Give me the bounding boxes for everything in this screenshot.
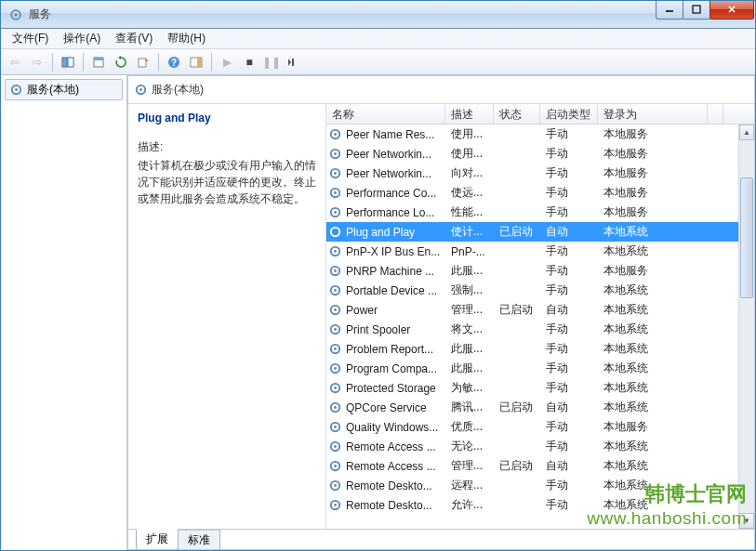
svg-text:?: ? [171,58,177,68]
svg-point-55 [334,484,337,487]
service-row[interactable]: QPCore Service腾讯...已启动自动本地系统 [326,398,738,417]
service-row[interactable]: Program Compa...此服...手动本地系统 [326,359,738,378]
pause-service-button[interactable]: ❚❚ [261,52,282,72]
service-logon: 本地服务 [598,263,708,279]
svg-point-53 [334,465,337,467]
close-button[interactable] [710,1,754,20]
minimize-button[interactable] [656,1,683,20]
service-startup: 手动 [540,185,598,201]
service-desc: 此服... [445,341,494,357]
window-title: 服务 [29,7,657,22]
service-row[interactable]: PnP-X IP Bus En...PnP-...手动本地系统 [326,242,738,261]
service-row[interactable]: Remote Deskto...远程...手动本地系统 [326,476,738,495]
service-row[interactable]: Performance Lo...性能...手动本地服务 [326,203,738,222]
service-logon: 本地服务 [598,165,708,181]
svg-rect-7 [94,58,103,60]
service-row[interactable]: PNRP Machine ...此服...手动本地服务 [326,261,738,281]
service-row[interactable]: Performance Co...使远...手动本地服务 [326,183,738,203]
svg-point-51 [334,445,337,448]
scroll-thumb[interactable] [740,177,753,298]
service-name: PnP-X IP Bus En... [346,245,440,258]
service-logon: 本地服务 [598,419,708,435]
start-service-button[interactable]: ▶ [217,52,237,72]
service-row[interactable]: Remote Access ...管理...已启动自动本地系统 [326,456,738,476]
service-status: 已启动 [494,400,540,415]
menu-help[interactable]: 帮助(H) [160,29,213,48]
svg-point-49 [334,426,337,428]
service-logon: 本地系统 [598,361,708,376]
service-row[interactable]: Remote Access ...无论...手动本地系统 [326,437,738,456]
tab-standard[interactable]: 标准 [178,530,220,550]
service-logon: 本地系统 [598,243,708,259]
svg-rect-13 [292,59,294,66]
menu-action[interactable]: 操作(A) [56,29,108,48]
service-row[interactable]: Peer Networkin...使用...手动本地服务 [326,144,738,164]
show-hide-tree-button[interactable] [58,52,78,72]
service-row[interactable]: Portable Device ...强制...手动本地系统 [326,281,738,300]
column-description[interactable]: 描述 [445,104,494,124]
column-name[interactable]: 名称 [326,104,445,124]
properties-button[interactable] [88,52,109,72]
back-button[interactable]: ⇦ [5,52,25,72]
service-desc: 使用... [445,126,494,142]
service-startup: 手动 [540,204,598,220]
service-row[interactable]: Problem Report...此服...手动本地系统 [326,339,738,359]
service-logon: 本地系统 [598,224,708,240]
menu-file[interactable]: 文件(F) [5,29,56,48]
menu-view[interactable]: 查看(V) [108,29,160,48]
svg-point-33 [334,269,337,272]
service-desc: 腾讯... [445,400,494,415]
stop-service-button[interactable]: ■ [239,52,259,72]
service-desc: 管理... [445,458,494,474]
svg-point-47 [334,406,337,409]
scroll-track[interactable] [739,140,754,513]
service-startup: 手动 [540,282,598,298]
content-pane: 服务(本地) Plug and Play 描述: 使计算机在极少或没有用户输入的… [127,75,755,550]
export-button[interactable] [133,52,153,72]
tab-extended[interactable]: 扩展 [136,529,179,550]
service-row[interactable]: Remote Deskto...允许...手动本地系统 [326,495,738,515]
scroll-up-arrow[interactable]: ▲ [739,125,754,140]
vertical-scrollbar[interactable]: ▲ ▼ [738,125,754,529]
svg-point-1 [14,13,18,17]
svg-point-37 [334,308,337,311]
column-logon[interactable]: 登录为 [598,104,708,124]
service-logon: 本地服务 [598,126,708,142]
service-row[interactable]: Plug and Play使计...已启动自动本地系统 [326,222,738,242]
tree-root-item[interactable]: 服务(本地) [5,79,123,100]
service-startup: 手动 [540,419,598,435]
forward-button[interactable]: ⇨ [27,52,47,72]
maximize-button[interactable] [683,1,710,20]
service-row[interactable]: Protected Storage为敏...手动本地系统 [326,378,738,398]
action-pane-button[interactable] [186,52,206,72]
app-icon [8,7,23,22]
svg-point-29 [334,230,337,233]
service-logon: 本地系统 [598,341,708,357]
service-row[interactable]: Peer Networkin...向对...手动本地服务 [326,164,738,183]
menubar: 文件(F) 操作(A) 查看(V) 帮助(H) [1,29,755,49]
service-startup: 自动 [540,400,598,415]
content-header: 服务(本地) [128,76,754,104]
service-desc: 向对... [445,165,494,181]
restart-service-button[interactable] [284,52,304,72]
service-row[interactable]: Print Spooler将文...手动本地系统 [326,320,738,339]
service-desc: 此服... [445,263,494,279]
services-icon [134,83,148,97]
service-desc: 使远... [445,185,494,201]
help-button[interactable]: ? [164,52,184,72]
service-row[interactable]: Peer Name Res...使用...手动本地服务 [326,125,738,144]
tree-pane: 服务(本地) [1,75,127,550]
service-row[interactable]: Power管理...已启动自动本地系统 [326,300,738,320]
svg-point-21 [334,152,337,155]
column-startup[interactable]: 启动类型 [540,104,598,124]
service-desc: 允许... [445,497,494,513]
service-name: Protected Storage [346,382,436,395]
service-row[interactable]: Quality Windows...优质...手动本地服务 [326,417,738,437]
svg-rect-12 [197,58,202,67]
svg-point-39 [334,328,337,331]
service-desc: 使用... [445,146,494,162]
column-status[interactable]: 状态 [494,104,540,124]
scroll-down-arrow[interactable]: ▼ [739,513,754,529]
service-startup: 手动 [540,439,598,454]
refresh-button[interactable] [111,52,131,72]
